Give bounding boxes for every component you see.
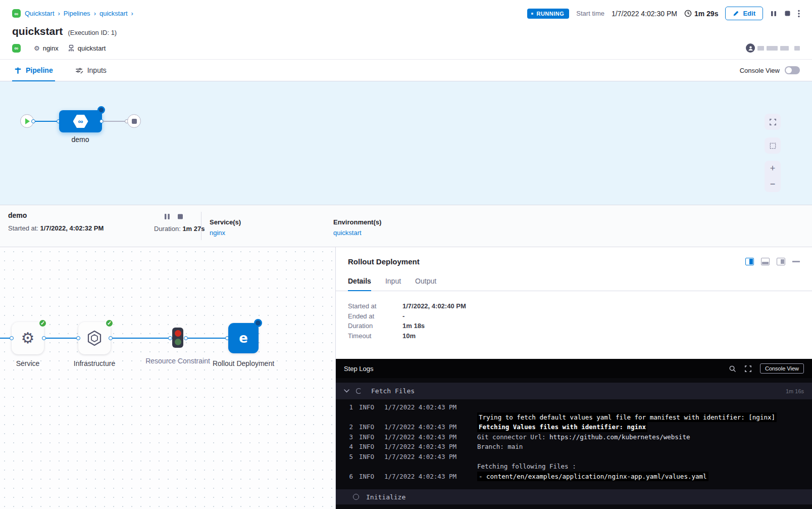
zoom-out-button[interactable]: − bbox=[765, 176, 781, 192]
minimize-panel-icon[interactable] bbox=[792, 261, 800, 262]
stage-summary-bar: demo Started at: 1/7/2022, 4:02:32 PM Du… bbox=[0, 205, 812, 247]
redacted-username bbox=[780, 46, 789, 51]
person-icon bbox=[748, 45, 753, 51]
canvas-fit-selection-button[interactable] bbox=[765, 137, 781, 154]
log-section-title: Fetch Files bbox=[371, 387, 415, 395]
running-spinner-icon bbox=[356, 388, 362, 394]
user-avatar[interactable] bbox=[746, 43, 755, 53]
layout-split-panel-icon[interactable] bbox=[777, 258, 785, 265]
graph-port bbox=[184, 336, 188, 340]
log-line: 2INFO1/7/2022 4:02:43 PM Fetching Values… bbox=[336, 422, 812, 432]
step-node-service[interactable]: ⚙ ✓ bbox=[12, 322, 44, 354]
layout-right-panel-icon[interactable] bbox=[745, 258, 754, 265]
log-line: 5INFO1/7/2022 4:02:43 PM bbox=[336, 452, 812, 462]
detail-row: Duration1m 18s bbox=[348, 321, 800, 331]
breadcrumb: ∞ Quickstart › Pipelines › quickstart › … bbox=[0, 0, 812, 20]
fullscreen-icon bbox=[769, 118, 777, 126]
service-meta[interactable]: ⚙ nginx bbox=[34, 44, 59, 52]
harness-logo-icon: ∞ bbox=[12, 9, 21, 18]
breadcrumb-pipelines[interactable]: Pipelines bbox=[64, 10, 90, 17]
tab-output[interactable]: Output bbox=[415, 277, 436, 291]
pause-execution-button[interactable] bbox=[770, 10, 777, 17]
log-lines: 1INFO1/7/2022 4:02:43 PM Trying to fetch… bbox=[336, 399, 812, 481]
log-line: 4INFO1/7/2022 4:02:43 PM Branch: main bbox=[336, 442, 812, 452]
success-check-icon: ✓ bbox=[38, 319, 47, 328]
service-link[interactable]: nginx bbox=[210, 229, 241, 237]
play-icon bbox=[25, 118, 30, 124]
stage-pause-icon[interactable] bbox=[164, 213, 170, 220]
step-node-resource-constraint[interactable] bbox=[172, 328, 183, 348]
traffic-green-icon bbox=[175, 339, 181, 345]
edit-button[interactable]: Edit bbox=[725, 7, 763, 20]
log-expand-icon[interactable] bbox=[744, 365, 752, 373]
detail-row: Started at1/7/2022, 4:02:40 PM bbox=[348, 301, 800, 311]
layout-bottom-panel-icon[interactable] bbox=[761, 258, 770, 265]
log-section-fetch-files[interactable]: Fetch Files 1m 16s bbox=[336, 383, 812, 399]
success-check-icon: ✓ bbox=[105, 319, 114, 328]
step-node-infrastructure[interactable]: ✓ bbox=[78, 322, 111, 354]
log-console-view-button[interactable]: Console View bbox=[760, 363, 804, 374]
tab-pipeline[interactable]: Pipeline bbox=[12, 60, 55, 81]
step-logs-title: Step Logs bbox=[344, 365, 374, 373]
stage-stop-icon[interactable] bbox=[177, 213, 183, 220]
end-node[interactable] bbox=[127, 114, 141, 128]
edge-port bbox=[31, 119, 35, 123]
infrastructure-icon bbox=[68, 44, 75, 52]
cd-stage-hex-icon: ∞ bbox=[73, 115, 88, 128]
step-label-resource-constraint: Resource Constraint bbox=[142, 356, 213, 366]
canvas-zoom-controls: + − bbox=[765, 161, 781, 192]
stop-execution-button[interactable] bbox=[784, 10, 791, 17]
more-options-button[interactable] bbox=[798, 10, 800, 18]
graph-port bbox=[42, 336, 46, 340]
step-label-infrastructure: Infrastructure bbox=[59, 358, 130, 369]
edge-demo-end bbox=[103, 121, 127, 122]
step-node-rollout-deployment[interactable]: e bbox=[228, 323, 259, 353]
stage-node-label: demo bbox=[55, 135, 106, 144]
log-section-initialize[interactable]: Initialize bbox=[336, 489, 812, 504]
kebab-menu-icon bbox=[798, 10, 800, 18]
log-link[interactable]: https://github.com/kubernetes/website bbox=[549, 432, 690, 442]
breadcrumb-separator: › bbox=[58, 10, 60, 17]
log-search-icon[interactable] bbox=[729, 365, 736, 373]
environment-meta[interactable]: quickstart bbox=[68, 44, 106, 52]
graph-edge bbox=[44, 338, 78, 339]
traffic-red-icon bbox=[175, 330, 181, 337]
log-line-continuation: Fetching following Files : bbox=[336, 461, 812, 472]
gear-icon: ⚙ bbox=[21, 331, 35, 346]
redacted-username bbox=[757, 46, 764, 51]
log-line: 3INFO1/7/2022 4:02:43 PM Git connector U… bbox=[336, 432, 812, 442]
breadcrumb-separator: › bbox=[94, 10, 96, 17]
log-section-title: Initialize bbox=[366, 493, 405, 501]
stage-node-demo[interactable]: ∞ bbox=[59, 110, 102, 132]
pause-icon bbox=[770, 10, 777, 17]
step-details-table: Started at1/7/2022, 4:02:40 PM Ended at-… bbox=[336, 291, 812, 351]
step-label-rollout-deployment: Rollout Deployment bbox=[208, 358, 279, 369]
start-time-label: Start time bbox=[576, 10, 604, 17]
redacted-username bbox=[794, 46, 800, 51]
status-badge: RUNNING bbox=[527, 9, 569, 19]
running-spinner-icon bbox=[254, 319, 262, 327]
elapsed-timer: 1m 29s bbox=[684, 10, 718, 18]
stage-name: demo bbox=[8, 211, 27, 219]
divider bbox=[201, 212, 201, 240]
console-view-toggle[interactable] bbox=[785, 66, 800, 74]
zoom-in-button[interactable]: + bbox=[765, 161, 781, 176]
stop-icon bbox=[784, 10, 791, 17]
tab-input[interactable]: Input bbox=[385, 277, 401, 291]
breadcrumb-pipeline[interactable]: quickstart bbox=[99, 10, 128, 17]
canvas-fullscreen-button[interactable] bbox=[765, 114, 781, 130]
graph-port bbox=[10, 336, 14, 340]
pipeline-canvas[interactable]: ∞ demo + − bbox=[0, 81, 812, 205]
environment-link[interactable]: quickstart bbox=[333, 229, 381, 237]
stage-started-at: Started at: 1/7/2022, 4:02:32 PM bbox=[8, 224, 104, 232]
step-details-panel: Rollout Deployment Details Input Output … bbox=[335, 247, 812, 509]
edge-start-demo bbox=[33, 121, 60, 122]
detail-row: Timeout10m bbox=[348, 331, 800, 341]
harness-step-icon: e bbox=[239, 331, 248, 346]
page-title: quickstart bbox=[12, 25, 63, 37]
tab-details[interactable]: Details bbox=[348, 277, 371, 291]
execution-graph-canvas[interactable]: ⚙ ✓ ✓ e Service Infrastruct bbox=[0, 247, 335, 509]
breadcrumb-project[interactable]: Quickstart bbox=[25, 10, 55, 17]
tab-inputs[interactable]: Inputs bbox=[73, 60, 109, 81]
clock-icon bbox=[684, 10, 692, 17]
